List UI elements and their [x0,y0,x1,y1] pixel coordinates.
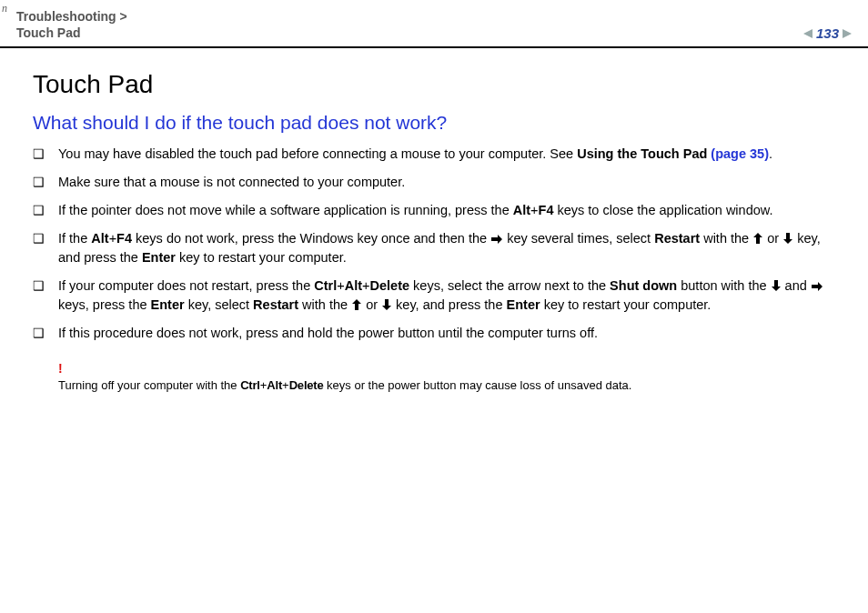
text: with the [700,231,752,246]
ref-title: Using the Touch Pad [577,146,711,161]
arrow-right-icon [490,234,503,245]
prev-page-icon[interactable] [803,29,812,38]
text: with the [298,297,351,312]
text: + [282,378,289,392]
key: F4 [116,231,132,246]
list-item: Make sure that a mouse is not connected … [33,173,841,201]
list-item: If the pointer does not move while a sof… [33,201,841,229]
page-title: Touch Pad [33,70,841,99]
text: Make sure that a mouse is not connected … [58,175,405,189]
breadcrumb-page: Touch Pad [16,25,81,40]
arrow-down-icon [771,279,782,292]
text: and [782,278,811,293]
arrow-right-icon [811,281,823,292]
text: key to restart your computer. [540,297,712,312]
instruction-list: You may have disabled the touch pad befo… [33,145,841,352]
text: If this procedure does not work, press a… [58,326,598,340]
page-nav: 133 [803,25,852,41]
text: If your computer does not restart, press… [58,278,314,293]
text: . [769,146,772,161]
list-item: You may have disabled the touch pad befo… [33,145,841,173]
key: Restart [654,231,700,246]
key: Enter [507,297,540,312]
list-item: If this procedure does not work, press a… [33,324,841,352]
page-header: Troubleshooting > Touch Pad 133 [0,0,868,46]
text: keys or the power button may cause loss … [324,378,632,392]
text: If the [58,231,91,246]
text: key several times, select [503,231,654,246]
text: or [763,231,782,246]
arrow-down-icon [381,298,392,311]
text: keys, select the arrow next to the [409,278,610,293]
text: + [109,231,116,246]
key: Delete [370,278,410,293]
arrow-down-icon [782,232,793,245]
text: keys to close the application window. [553,203,772,217]
text: key, and press the [392,297,506,312]
breadcrumb-section: Troubleshooting [16,9,116,24]
arrow-up-icon [752,232,763,245]
key: Enter [142,250,176,265]
breadcrumb: Troubleshooting > Touch Pad [16,9,127,41]
text: + [530,203,538,217]
text: key to restart your computer. [176,250,347,265]
key: Alt [345,278,362,293]
list-item: If your computer does not restart, press… [33,276,841,324]
question-heading: What should I do if the touch pad does n… [33,112,841,134]
page-number: 133 [816,25,839,41]
key: Shut down [610,278,677,293]
text: button with the [677,278,770,293]
arrow-up-icon [351,298,362,311]
key: Ctrl [240,378,260,392]
list-item: If the Alt+F4 keys do not work, press th… [33,229,841,276]
next-page-icon[interactable] [843,29,852,38]
warning-text: Turning off your computer with the Ctrl+… [58,377,841,394]
key: Delete [289,378,324,392]
text: or [362,297,381,312]
page-letter: n [2,2,7,15]
content: Touch Pad What should I do if the touch … [0,48,868,394]
text: keys, press the [58,297,151,312]
page-link[interactable]: (page 35) [711,146,769,161]
text: Turning off your computer with the [58,378,240,392]
page: n Troubleshooting > Touch Pad 133 Touch … [0,0,868,613]
text: You may have disabled the touch pad befo… [58,146,577,161]
text: + [337,278,344,293]
key: Restart [253,297,298,312]
key: Alt [91,231,108,246]
text: + [362,278,369,293]
text: keys do not work, press the Windows key … [132,231,490,246]
key: Alt [513,203,530,217]
key: Alt [267,378,282,392]
key: Enter [151,297,185,312]
text: key, select [185,297,253,312]
key: F4 [539,203,554,217]
breadcrumb-separator: > [120,9,127,24]
warning-icon: ! [58,361,841,376]
key: Ctrl [314,278,337,293]
text: If the pointer does not move while a sof… [58,203,513,217]
